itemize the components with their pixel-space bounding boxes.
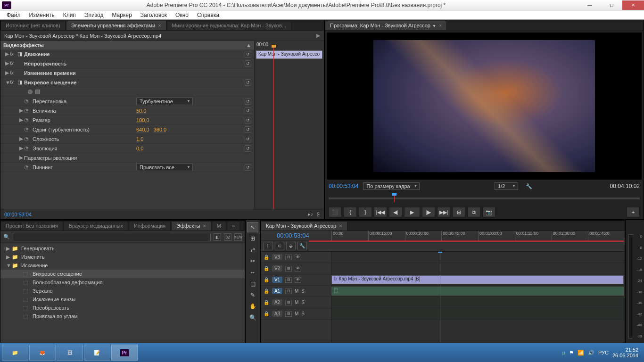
track-eye-icon[interactable]: 👁: [295, 266, 301, 272]
fx-item-Вихревое смещение[interactable]: ⬚Вихревое смещение: [0, 270, 245, 278]
close-icon[interactable]: ×: [439, 23, 442, 28]
menu-marker[interactable]: Маркер: [108, 11, 135, 19]
tl-snap-icon[interactable]: ⁝⁝: [264, 242, 273, 250]
ec-section-video[interactable]: Видеоэффекты▲: [0, 41, 254, 49]
program-resolution-dropdown[interactable]: 1/2: [495, 182, 518, 190]
tray-clock[interactable]: 21:52 26.06.2014: [612, 347, 638, 358]
reset-icon[interactable]: ↺: [245, 164, 251, 171]
add-button[interactable]: +: [627, 207, 640, 217]
ec-dropdown[interactable]: Привязать все: [136, 164, 193, 171]
track-target-icon[interactable]: ⊟: [285, 311, 292, 317]
ec-row-Сложность[interactable]: ▶◔Сложность1,0↺: [0, 134, 254, 144]
mute-button[interactable]: M: [295, 288, 298, 294]
track-A3[interactable]: [331, 308, 625, 320]
ec-icon-2[interactable]: ⎘: [317, 211, 320, 217]
minimize-button[interactable]: —: [579, 0, 601, 10]
track-V1[interactable]: fx Кар Мэн - Звуковой Агрессор.mp4 [В]: [331, 274, 625, 286]
menu-title[interactable]: Заголовок: [137, 11, 171, 19]
tool-8[interactable]: 🔍: [247, 313, 258, 323]
tool-2[interactable]: ⇄: [247, 245, 258, 255]
fx-item-Привязка по углам[interactable]: ⬚Привязка по углам: [0, 312, 245, 321]
fx-item-Волнообразная деформация[interactable]: ⬚Волнообразная деформация: [0, 278, 245, 287]
menu-edit[interactable]: Изменить: [25, 11, 58, 19]
audio-clip[interactable]: ⬚: [331, 287, 624, 296]
lock-icon[interactable]: 🔒: [264, 266, 269, 271]
video-clip[interactable]: fx Кар Мэн - Звуковой Агрессор.mp4 [В]: [331, 275, 624, 284]
stopwatch-icon[interactable]: ◔: [24, 164, 31, 170]
fx-item-Искажение[interactable]: ▼📁Искажение: [0, 261, 245, 270]
ec-value[interactable]: 0,0: [136, 146, 143, 151]
tray-lang[interactable]: РУС: [598, 350, 609, 355]
maximize-button[interactable]: ◻: [601, 0, 622, 10]
ec-mini-timeline[interactable]: 00:00 Кар Мэн - Звуковой Агрессо: [254, 41, 324, 209]
track-eye-icon[interactable]: 👁: [295, 277, 301, 283]
stopwatch-icon[interactable]: ◔: [24, 145, 31, 151]
fx-item-Генерировать[interactable]: ▶📁Генерировать: [0, 244, 245, 253]
tray-network-icon[interactable]: 📶: [578, 350, 584, 356]
transport-btn-6[interactable]: |▶: [422, 207, 435, 217]
tab-overflow[interactable]: »: [227, 221, 240, 230]
reset-icon[interactable]: ↺: [245, 60, 251, 67]
fx-filter-1-icon[interactable]: ◧: [214, 233, 221, 241]
program-video-view[interactable]: [327, 33, 642, 180]
ec-mask-shapes[interactable]: [0, 87, 254, 97]
reset-icon[interactable]: ↺: [245, 117, 251, 123]
track-V3[interactable]: [331, 252, 625, 263]
ec-row-Пиннинг[interactable]: ◔ПиннингПривязать все↺: [0, 163, 254, 172]
transport-btn-3[interactable]: |◀◀: [374, 207, 387, 217]
close-icon[interactable]: ×: [203, 223, 206, 229]
tool-6[interactable]: ✎: [247, 290, 258, 300]
transport-btn-2[interactable]: }: [359, 207, 372, 217]
track-V2[interactable]: [331, 263, 625, 274]
reset-icon[interactable]: ↺: [245, 145, 251, 152]
timeline-timecode[interactable]: 00:00:53:04: [261, 232, 331, 239]
tl-marker-icon[interactable]: ⬙: [286, 242, 296, 250]
track-target-icon[interactable]: ⊟: [285, 288, 292, 294]
reset-icon[interactable]: ↺: [245, 79, 251, 86]
ec-row-Величина[interactable]: ▶◔Величина50,0↺: [0, 106, 254, 115]
track-name[interactable]: V2: [272, 265, 282, 272]
tab-audio-mixer[interactable]: Микширование аудиоклипа: Кар Мэн - Звуко…: [167, 21, 291, 30]
stopwatch-icon[interactable]: ◔: [24, 136, 31, 142]
tab-effect-controls[interactable]: Элементы управления эффектами×: [66, 21, 166, 30]
ec-mini-playhead[interactable]: [273, 48, 274, 209]
stopwatch-icon[interactable]: ◔: [24, 107, 31, 114]
track-name[interactable]: V3: [272, 254, 282, 260]
lock-icon[interactable]: 🔒: [264, 255, 269, 260]
ec-timecode[interactable]: 00:00:53:04: [4, 212, 32, 217]
tab-program[interactable]: Программа: Кар Мэн - Звуковой Агрессор▼×: [325, 21, 447, 30]
close-icon[interactable]: ×: [158, 23, 161, 28]
tool-5[interactable]: ◫: [247, 279, 258, 289]
fx-item-Преобразовать[interactable]: ⬚Преобразовать: [0, 304, 245, 312]
fx-filter-2-icon[interactable]: 32: [224, 233, 231, 241]
rect-mask-icon[interactable]: [35, 90, 40, 94]
lock-icon[interactable]: 🔒: [264, 311, 269, 316]
tl-link-icon[interactable]: ⊂: [275, 242, 284, 250]
program-zoom-dropdown[interactable]: По размеру кадра: [363, 182, 420, 190]
timeline-playhead[interactable]: [440, 252, 440, 343]
transport-btn-4[interactable]: ◀|: [389, 207, 402, 217]
lock-icon[interactable]: 🔒: [264, 288, 269, 294]
menu-help[interactable]: Справка: [193, 11, 223, 19]
taskbar-firefox[interactable]: 🦊: [29, 345, 56, 361]
tab-source[interactable]: Источник: (нет клипов): [0, 21, 66, 30]
ellipse-mask-icon[interactable]: [28, 90, 33, 94]
mute-button[interactable]: M: [295, 300, 298, 305]
transport-btn-0[interactable]: ⬛: [329, 207, 342, 217]
taskbar-app-1[interactable]: 🖼: [57, 345, 83, 361]
tool-0[interactable]: ↖: [247, 222, 258, 232]
effects-search-input[interactable]: [13, 233, 211, 241]
solo-button[interactable]: S: [301, 288, 305, 294]
menu-sequence[interactable]: Эпизод: [81, 11, 107, 19]
mute-button[interactable]: M: [295, 311, 298, 316]
ec-icon-1[interactable]: ▸♪: [308, 211, 314, 217]
ec-value[interactable]: 1,0: [136, 136, 143, 142]
ec-value[interactable]: 50,0: [136, 108, 146, 114]
track-header-V1[interactable]: 🔒V1⊟👁: [261, 274, 331, 286]
fx-filter-3-icon[interactable]: YUV: [234, 233, 242, 241]
track-target-icon[interactable]: ⊟: [285, 266, 292, 272]
stopwatch-icon[interactable]: ◔: [24, 98, 31, 104]
track-name[interactable]: V1: [272, 277, 282, 283]
timeline-ruler[interactable]: 00:0000:00:15:0000:00:30:0000:00:45:0000…: [331, 231, 625, 240]
ec-value[interactable]: 640,0: [136, 127, 149, 132]
